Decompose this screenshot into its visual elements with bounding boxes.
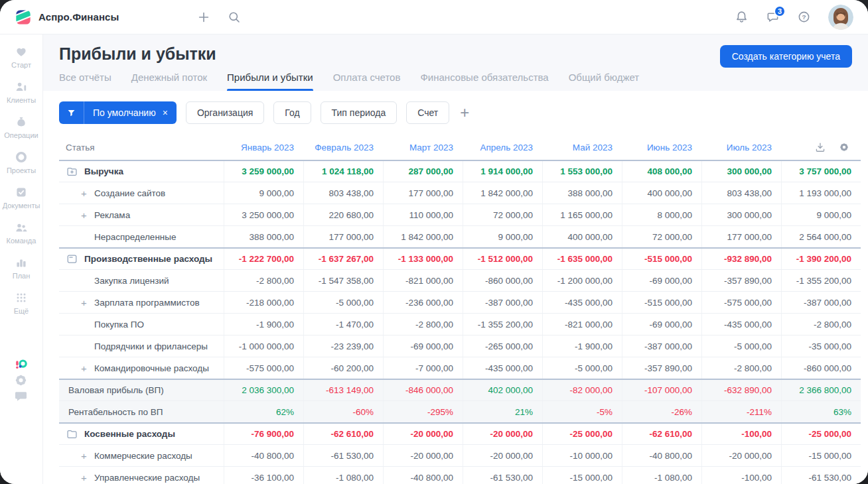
column-header-month[interactable]: Апрель 2023 — [463, 135, 542, 160]
folder-minus-icon[interactable] — [66, 253, 78, 265]
table-row[interactable]: Покупка ПО-1 900,00-1 470,00-2 800,00-1 … — [59, 313, 861, 335]
cell-value[interactable]: 177 000,00 — [701, 226, 781, 247]
cell-value[interactable]: 1 553 000,00 — [542, 161, 622, 182]
tab-Общий бюджет[interactable]: Общий бюджет — [569, 72, 640, 91]
search-icon[interactable] — [228, 11, 241, 24]
cell-value[interactable]: -1 470,00 — [303, 314, 383, 335]
cell-value[interactable]: 1 842 000,00 — [383, 226, 463, 247]
column-header-month[interactable]: Май 2023 — [542, 135, 622, 160]
cell-value[interactable]: -69 000,00 — [383, 335, 463, 357]
filter-default-chip[interactable]: По умолчанию × — [59, 101, 177, 124]
cell-value[interactable]: -821 000,00 — [542, 314, 622, 335]
sidebar-item-documents[interactable]: Документы — [3, 186, 40, 210]
sidebar-item-plan[interactable]: План — [3, 256, 40, 280]
cell-value[interactable]: 220 680,00 — [303, 204, 383, 225]
cell-value[interactable]: -515 000,00 — [622, 249, 701, 269]
notifications-bell-icon[interactable] — [735, 10, 749, 24]
cell-value[interactable]: 9 000,00 — [463, 226, 542, 247]
cell-value[interactable]: -20 000,00 — [463, 445, 542, 466]
expand-plus-icon[interactable]: + — [80, 450, 88, 461]
cell-value[interactable]: -357 890,00 — [701, 270, 781, 291]
cell-value[interactable]: -100,00 — [701, 467, 781, 484]
filter-chip-Год[interactable]: Год — [273, 101, 311, 124]
cell-value[interactable]: -40 800,00 — [622, 445, 701, 466]
cell-value[interactable]: -100,00 — [701, 424, 781, 444]
add-filter-icon[interactable]: + — [460, 105, 469, 121]
cell-value[interactable]: -23 239,00 — [303, 335, 383, 357]
cell-value[interactable]: -26% — [622, 401, 701, 422]
cell-value[interactable]: -1 222 700,00 — [224, 249, 303, 269]
table-row[interactable]: +Управленческие расходы-36 100,00-1 080,… — [59, 466, 861, 484]
table-row[interactable]: +Командировочные расходы-575 000,00-60 2… — [59, 357, 861, 379]
cell-value[interactable]: -613 149,00 — [303, 380, 383, 400]
sidebar-item-more[interactable]: Ещё — [3, 291, 40, 315]
table-row[interactable]: +Зарплата программистов-218 000,00-5 000… — [59, 291, 861, 313]
expand-plus-icon[interactable]: + — [80, 210, 88, 221]
cell-value[interactable]: -20 000,00 — [383, 424, 463, 444]
cell-value[interactable]: -20 000,00 — [701, 445, 781, 466]
messages-chat-icon[interactable]: 3 — [766, 10, 780, 24]
cell-value[interactable]: -61 530,00 — [303, 445, 383, 466]
cell-value[interactable]: -107 000,00 — [622, 380, 701, 400]
cell-value[interactable]: -1 355 200,00 — [463, 314, 542, 335]
cell-value[interactable]: 9 000,00 — [781, 204, 861, 225]
cell-value[interactable]: -265 000,00 — [463, 335, 542, 357]
cell-value[interactable]: -860 000,00 — [463, 270, 542, 291]
create-category-button[interactable]: Создать категорию учета — [720, 45, 852, 68]
cell-value[interactable]: 300 000,00 — [701, 161, 781, 182]
column-header-month[interactable]: Февраль 2023 — [303, 135, 383, 160]
cell-value[interactable]: -7 000,00 — [383, 357, 463, 379]
sidebar-item-team[interactable]: Команда — [3, 221, 40, 245]
cell-value[interactable]: -357 890,00 — [622, 357, 701, 379]
cell-value[interactable]: -218 000,00 — [224, 292, 303, 313]
column-header-month[interactable]: Январь 2023 — [224, 135, 303, 160]
cell-value[interactable]: -1 635 000,00 — [542, 249, 622, 269]
filter-chip-Организация[interactable]: Организация — [186, 101, 264, 124]
cell-value[interactable]: 388 000,00 — [224, 226, 303, 247]
cell-value[interactable]: -2 800,00 — [701, 357, 781, 379]
cell-value[interactable]: 803 438,00 — [701, 182, 781, 204]
cell-value[interactable]: -25 000,00 — [781, 424, 861, 444]
cell-value[interactable]: 8 000,00 — [622, 204, 701, 225]
cell-value[interactable]: -61 530,00 — [781, 467, 861, 484]
cell-value[interactable]: 1 193 000,00 — [781, 182, 861, 204]
cell-value[interactable]: -1 355 200,00 — [781, 270, 861, 291]
cell-value[interactable]: -1 900,00 — [542, 335, 622, 357]
cell-value[interactable]: -295% — [383, 401, 463, 422]
tab-Прибыли и убытки[interactable]: Прибыли и убытки — [227, 72, 313, 91]
cell-value[interactable]: -76 900,00 — [224, 424, 303, 444]
table-row[interactable]: Выручка3 259 000,001 024 118,00287 000,0… — [59, 160, 861, 182]
cell-value[interactable]: -40 800,00 — [383, 467, 463, 484]
cell-value[interactable]: -632 890,00 — [701, 380, 781, 400]
cell-value[interactable]: -5 000,00 — [303, 292, 383, 313]
cell-value[interactable]: -515 000,00 — [622, 292, 701, 313]
cell-value[interactable]: -932 890,00 — [701, 249, 781, 269]
row-label[interactable]: Нераспределенные — [59, 226, 224, 247]
gear-icon[interactable] — [838, 141, 850, 153]
cell-value[interactable]: -387 000,00 — [622, 335, 701, 357]
cell-value[interactable]: -1 390 200,00 — [781, 249, 861, 269]
table-row[interactable]: Производственные расходы-1 222 700,00-1 … — [59, 247, 861, 269]
cell-value[interactable]: -821 000,00 — [383, 270, 463, 291]
cell-value[interactable]: 2 366 800,00 — [781, 380, 861, 400]
cell-value[interactable]: 1 914 000,00 — [463, 161, 542, 182]
expand-plus-icon[interactable]: + — [80, 472, 88, 483]
cell-value[interactable]: -2 800,00 — [383, 314, 463, 335]
cell-value[interactable]: 72 000,00 — [463, 204, 542, 225]
table-row[interactable]: Валовая прибыль (ВП)2 036 300,00-613 149… — [59, 379, 861, 400]
cell-value[interactable]: -15 000,00 — [781, 445, 861, 466]
cell-value[interactable]: -62 610,00 — [622, 424, 701, 444]
expand-plus-icon[interactable]: + — [80, 297, 88, 308]
cell-value[interactable]: -82 000,00 — [542, 380, 622, 400]
folder-icon[interactable] — [66, 428, 78, 440]
support-chat-icon[interactable] — [13, 389, 29, 404]
table-row[interactable]: Нераспределенные388 000,00177 000,001 84… — [59, 225, 861, 247]
expand-plus-icon[interactable]: + — [80, 363, 88, 374]
cell-value[interactable]: -36 100,00 — [224, 467, 303, 484]
cell-value[interactable]: 402 000,00 — [463, 380, 542, 400]
avatar[interactable] — [828, 5, 853, 30]
row-label[interactable]: Косвенные расходы — [59, 424, 224, 444]
cell-value[interactable]: 9 000,00 — [224, 182, 303, 204]
row-label[interactable]: +Управленческие расходы — [59, 467, 224, 484]
download-icon[interactable] — [814, 141, 826, 153]
